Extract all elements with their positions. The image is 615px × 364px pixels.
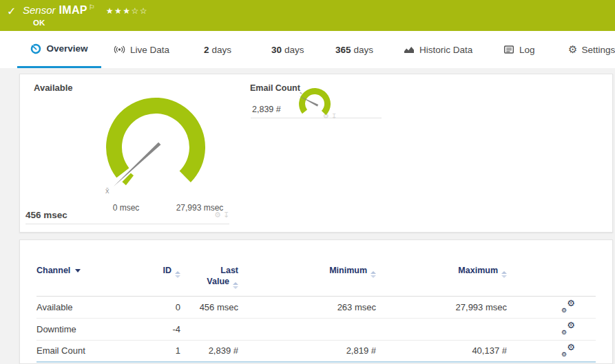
column-header-value-label: Value [207, 277, 229, 286]
tab-2-days-number: 2 [204, 45, 209, 55]
tab-settings[interactable]: ⚙ Settings [568, 31, 615, 68]
priority-stars[interactable]: ★★★☆☆ [106, 6, 148, 16]
channel-name[interactable]: Downtime [37, 324, 157, 334]
tab-settings-label: Settings [581, 45, 615, 55]
gauge-available[interactable] [73, 82, 238, 213]
gear-icon: ⚙ [561, 307, 567, 314]
channel-id: -4 [157, 324, 180, 334]
gauge-available-value: 456 msec [25, 210, 67, 220]
sort-icon [501, 271, 507, 278]
tab-log-label: Log [519, 45, 535, 55]
flag-icon: ⚐ [89, 3, 95, 11]
tab-30-days-label: days [284, 45, 304, 55]
gear-icon: ⚙ [567, 342, 575, 352]
tab-historic-data-label: Historic Data [419, 45, 472, 55]
sensor-status-banner: ✓ SensorIMAP⚐★★★☆☆ OK [0, 0, 615, 31]
sort-descending-icon [75, 269, 81, 272]
prtg-sensor-page: ✓ SensorIMAP⚐★★★☆☆ OK Overview Live Data… [0, 0, 615, 364]
area-chart-icon [404, 44, 415, 55]
gear-icon: ⚙ [561, 351, 567, 358]
sensor-tab-bar: Overview Live Data 2 days 30 days 365 da… [0, 31, 615, 68]
sort-icon [175, 271, 180, 278]
gauge-email-count-title: Email Count [250, 83, 300, 93]
column-header-minimum[interactable]: Minimum [238, 266, 376, 278]
channel-name[interactable]: Email Count [37, 345, 157, 356]
channel-maximum: 27,993 msec [376, 302, 507, 312]
table-header-row: Channel ID LastValue Minimum Maximum [37, 240, 596, 297]
column-header-channel-label: Channel [37, 266, 70, 275]
log-list-icon [503, 44, 514, 55]
gear-icon: ⚙ [561, 329, 567, 336]
gear-icon: ⚙ [567, 298, 575, 308]
gear-icon: ⚙ [567, 320, 575, 330]
tab-2-days-label: days [212, 45, 232, 55]
column-header-last-value[interactable]: LastValue [180, 266, 238, 289]
tab-30-days[interactable]: 30 days [271, 31, 304, 68]
gear-icon[interactable]: ⚙ [214, 211, 223, 220]
channel-settings-icon[interactable]: ⚙⚙ [561, 322, 575, 334]
column-header-channel[interactable]: Channel [37, 266, 157, 275]
column-header-maximum[interactable]: Maximum [376, 266, 507, 278]
tab-live-data-label: Live Data [130, 45, 169, 55]
gauges-panel: Available x̄ 0 msec 27,993 msec 456 msec… [19, 74, 613, 233]
tab-365-days-label: days [354, 45, 374, 55]
sensor-title: SensorIMAP⚐★★★☆☆ [23, 3, 148, 17]
tab-365-days-number: 365 [335, 45, 351, 55]
table-row-available: Available 0 456 msec 263 msec 27,993 mse… [37, 297, 596, 319]
stars-empty[interactable]: ☆☆ [131, 6, 148, 16]
column-header-last-label: Last [220, 266, 238, 275]
gauge-available-arc [106, 98, 205, 182]
gauge-available-divider [25, 224, 229, 224]
tab-2-days[interactable]: 2 days [204, 31, 231, 68]
channel-last-value: 456 msec [180, 302, 238, 312]
gauge-email-count-arc [299, 88, 331, 115]
sort-icon [233, 282, 238, 289]
tab-30-days-number: 30 [271, 45, 282, 55]
table-row-downtime: Downtime -4 ⚙⚙ [37, 319, 596, 341]
tab-log[interactable]: Log [503, 31, 535, 68]
column-header-id[interactable]: ID [157, 266, 180, 278]
gauge-icon [30, 43, 41, 54]
channel-settings-icon[interactable]: ⚙⚙ [561, 344, 575, 356]
tab-live-data[interactable]: Live Data [114, 31, 169, 68]
pin-icon[interactable]: ↧ [223, 211, 231, 220]
gauge-email-count[interactable] [295, 85, 334, 123]
tab-overview[interactable]: Overview [17, 31, 101, 68]
gauge-available-zero-tick [122, 173, 134, 185]
tab-historic-data[interactable]: Historic Data [404, 31, 472, 68]
sort-icon [371, 271, 376, 278]
channel-id: 0 [157, 302, 180, 312]
stars-filled[interactable]: ★★★ [106, 6, 132, 16]
sensor-name: IMAP [59, 4, 87, 16]
channel-maximum: 40,137 # [376, 345, 507, 356]
channel-id: 1 [157, 345, 180, 356]
column-header-id-label: ID [163, 266, 172, 275]
channel-settings-icon[interactable]: ⚙⚙ [561, 300, 575, 312]
tab-365-days[interactable]: 365 days [335, 31, 373, 68]
channel-name[interactable]: Available [37, 302, 157, 312]
column-header-maximum-label: Maximum [458, 266, 498, 275]
status-ok-check-icon: ✓ [7, 5, 16, 18]
sensor-type-label: Sensor [23, 4, 56, 16]
table-row-email-count: Email Count 1 2,839 # 2,819 # 40,137 # ⚙… [37, 341, 596, 363]
gauge-available-tools[interactable]: ⚙↧ [214, 211, 231, 220]
gauge-available-scale-min: 0 msec [113, 203, 140, 213]
live-signal-icon [114, 44, 125, 55]
gear-icon: ⚙ [568, 43, 577, 56]
gauge-email-count-tick [300, 92, 302, 94]
channel-last-value: 2,839 # [180, 345, 238, 356]
channels-table-panel: Channel ID LastValue Minimum Maximum Ava… [19, 239, 613, 364]
channel-minimum: 263 msec [238, 302, 376, 312]
status-badge: OK [33, 19, 45, 27]
channels-table: Channel ID LastValue Minimum Maximum Ava… [20, 240, 612, 363]
gauge-email-count-value: 2,839 # [252, 105, 281, 114]
tab-overview-label: Overview [46, 43, 87, 54]
average-marker: x̄ [105, 186, 110, 195]
channel-minimum: 2,819 # [238, 345, 376, 356]
gauge-available-title: Available [34, 83, 73, 93]
column-header-minimum-label: Minimum [329, 266, 367, 275]
